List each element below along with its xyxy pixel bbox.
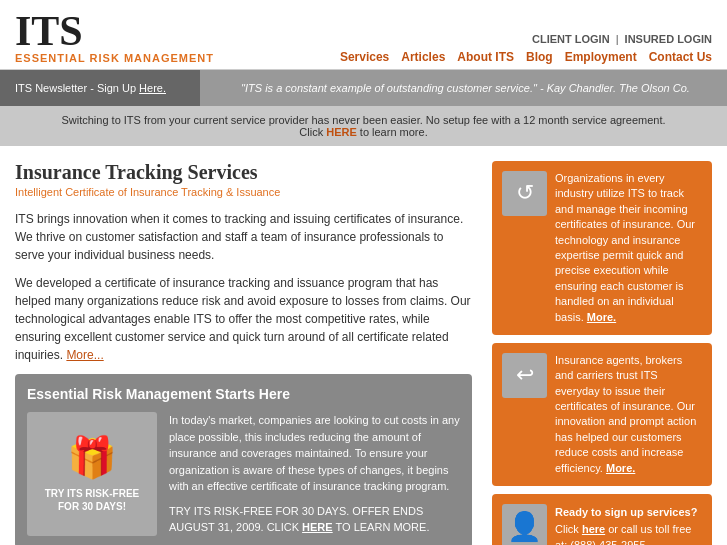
panel-2-more-link[interactable]: More.	[606, 462, 635, 474]
risk-here-link[interactable]: HERE	[302, 521, 333, 533]
nav-employment[interactable]: Employment	[565, 50, 637, 64]
body-paragraph-2: We developed a certificate of insurance …	[15, 274, 472, 364]
gift-icon: 🎁	[67, 434, 117, 481]
nav-about[interactable]: About ITS	[457, 50, 514, 64]
panel-icon-2: ↩	[502, 353, 547, 398]
main-left: Insurance Tracking Services Intelligent …	[15, 161, 492, 545]
main-right: ↺ Organizations in every industry utiliz…	[492, 161, 712, 545]
signup-link[interactable]: here	[582, 523, 605, 535]
risk-image-box: 🎁 TRY ITS RISK-FREE FOR 30 DAYS!	[27, 412, 157, 536]
nav-contact[interactable]: Contact Us	[649, 50, 712, 64]
switch-bar: Switching to ITS from your current servi…	[0, 106, 727, 146]
risk-box: Essential Risk Management Starts Here 🎁 …	[15, 374, 472, 545]
panel-text-1: Organizations in every industry utilize …	[555, 171, 702, 325]
header-right: CLIENT LOGIN | INSURED LOGIN Services Ar…	[340, 33, 712, 64]
link-separator: |	[616, 33, 619, 45]
nav-articles[interactable]: Articles	[401, 50, 445, 64]
panel-icon-3: 👤	[502, 504, 547, 545]
body-paragraph-1: ITS brings innovation when it comes to t…	[15, 210, 472, 264]
top-links: CLIENT LOGIN | INSURED LOGIN	[532, 33, 712, 45]
banner-quote: "ITS is a constant example of outstandin…	[204, 70, 727, 106]
page-title: Insurance Tracking Services	[15, 161, 472, 184]
nav-blog[interactable]: Blog	[526, 50, 553, 64]
risk-caption: TRY ITS RISK-FREE FOR 30 DAYS!	[45, 487, 139, 513]
right-panel-2: ↩ Insurance agents, brokers and carriers…	[492, 343, 712, 486]
right-panel-1: ↺ Organizations in every industry utiliz…	[492, 161, 712, 335]
logo-its: ITS	[15, 10, 214, 52]
newsletter-link[interactable]: Here.	[139, 82, 166, 94]
logo-sub: ESSENTIAL RISK MANAGEMENT	[15, 52, 214, 64]
panel-icon-1: ↺	[502, 171, 547, 216]
risk-text: In today's market, companies are looking…	[169, 412, 460, 536]
main-content: Insurance Tracking Services Intelligent …	[0, 146, 727, 545]
header: ITS ESSENTIAL RISK MANAGEMENT CLIENT LOG…	[0, 0, 727, 70]
banner-bar: ITS Newsletter - Sign Up Here. "ITS is a…	[0, 70, 727, 106]
nav-services[interactable]: Services	[340, 50, 389, 64]
risk-title: Essential Risk Management Starts Here	[27, 386, 460, 402]
banner-newsletter: ITS Newsletter - Sign Up Here.	[0, 70, 200, 106]
right-panel-bottom: 👤 Ready to sign up services? Click here …	[492, 494, 712, 545]
page-subtitle: Intelligent Certificate of Insurance Tra…	[15, 186, 472, 198]
logo-area: ITS ESSENTIAL RISK MANAGEMENT	[15, 10, 214, 64]
here-link[interactable]: HERE	[326, 126, 357, 138]
insured-login-link[interactable]: INSURED LOGIN	[625, 33, 712, 45]
main-nav: Services Articles About ITS Blog Employm…	[340, 50, 712, 64]
risk-content: 🎁 TRY ITS RISK-FREE FOR 30 DAYS! In toda…	[27, 412, 460, 536]
panel-text-2: Insurance agents, brokers and carriers t…	[555, 353, 702, 476]
signup-title: Ready to sign up services?	[555, 506, 697, 518]
panel-1-more-link[interactable]: More.	[587, 311, 616, 323]
more-link-1[interactable]: More...	[66, 348, 103, 362]
client-login-link[interactable]: CLIENT LOGIN	[532, 33, 610, 45]
